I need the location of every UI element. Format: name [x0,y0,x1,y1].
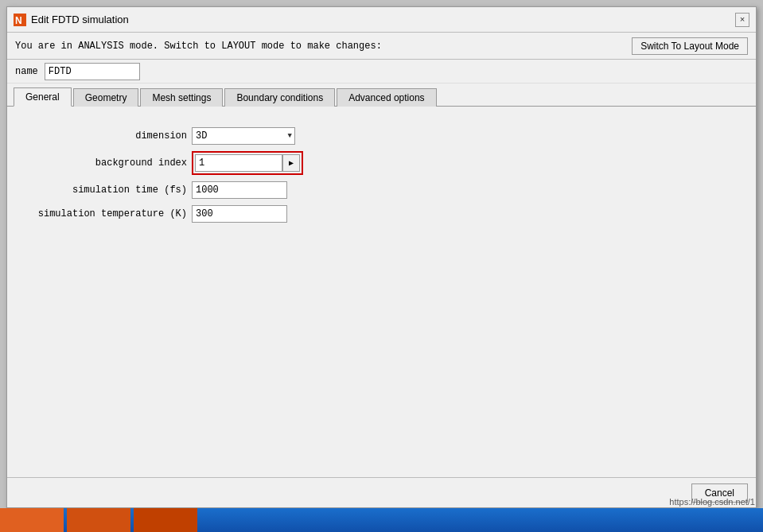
simulation-time-label: simulation time (fs) [36,184,187,196]
switch-to-layout-button[interactable]: Switch To Layout Mode [632,37,748,55]
watermark: https://blog.csdn.net/1 [669,497,755,507]
simulation-temperature-label: simulation temperature (K) [36,208,187,219]
taskbar [0,508,763,532]
simulation-temperature-row: simulation temperature (K) [36,205,727,223]
form-section: dimension 3D 2D background index ▶ [20,119,743,237]
dimension-select-wrapper: 3D 2D [192,127,295,145]
background-index-label: background index [36,157,187,169]
svg-text:N: N [15,15,22,26]
title-bar: N Edit FDTD simulation × [7,7,756,33]
background-index-helper-button[interactable]: ▶ [282,154,300,172]
simulation-time-row: simulation time (fs) [36,181,727,199]
main-window: N Edit FDTD simulation × You are in ANAL… [6,6,757,508]
tab-geometry[interactable]: Geometry [73,88,139,107]
dimension-label: dimension [36,130,187,142]
background-index-row: background index ▶ [36,151,727,175]
dimension-select[interactable]: 3D 2D [192,127,295,145]
simulation-time-input[interactable] [192,181,287,199]
taskbar-item-1 [0,508,64,532]
tab-mesh-settings[interactable]: Mesh settings [140,88,223,107]
bottom-bar: Cancel [7,477,756,507]
app-icon: N [14,14,26,26]
tab-general[interactable]: General [14,87,72,107]
background-index-highlight: ▶ [192,151,303,175]
tab-advanced-options[interactable]: Advanced options [337,88,436,107]
name-label: name [15,66,38,77]
tabs-bar: General Geometry Mesh settings Boundary … [7,83,756,107]
title-bar-left: N Edit FDTD simulation [14,14,129,26]
taskbar-item-2 [67,508,130,532]
close-button[interactable]: × [735,13,749,27]
background-index-input[interactable] [195,154,282,172]
content-area: dimension 3D 2D background index ▶ [7,107,756,477]
simulation-temperature-input[interactable] [192,205,287,223]
analysis-message: You are in ANALYSIS mode. Switch to LAYO… [15,41,382,52]
tab-boundary-conditions[interactable]: Boundary conditions [224,88,335,107]
analysis-bar: You are in ANALYSIS mode. Switch to LAYO… [7,33,756,60]
name-input[interactable] [45,63,140,80]
dimension-row: dimension 3D 2D [36,127,727,145]
background-index-input-group: ▶ [195,154,300,172]
name-bar: name [7,60,756,83]
taskbar-item-3 [134,508,197,532]
window-title: Edit FDTD simulation [31,14,129,25]
